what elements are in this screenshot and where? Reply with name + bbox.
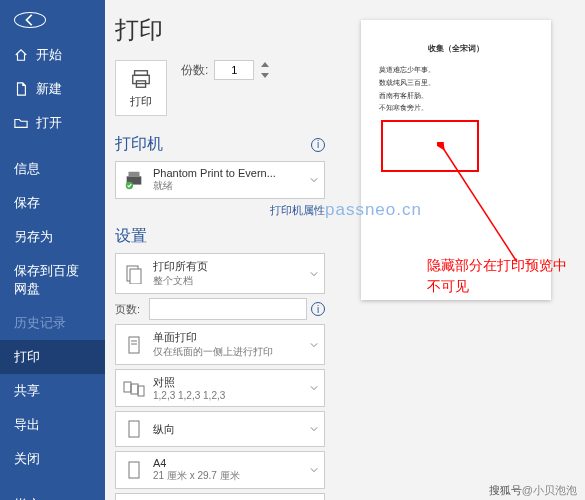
svg-rect-1	[133, 75, 150, 83]
svg-rect-12	[131, 384, 138, 394]
nav-saveas[interactable]: 另存为	[0, 220, 105, 254]
nav-label: 保存	[14, 194, 40, 212]
papersize-dropdown[interactable]: A421 厘米 x 29.7 厘米	[115, 451, 325, 489]
chevron-down-icon	[310, 466, 318, 474]
portrait-icon	[122, 417, 146, 441]
watermark: passneo.cn	[325, 200, 422, 220]
copies-label: 份数:	[181, 62, 208, 79]
nav-label: 打印	[14, 348, 40, 366]
annotation-text: 隐藏部分在打印预览中 不可见	[427, 255, 567, 297]
chevron-down-icon	[310, 176, 318, 184]
print-range-dropdown[interactable]: 打印所有页整个文档	[115, 253, 325, 294]
nav-history: 历史记录	[0, 306, 105, 340]
info-icon[interactable]: i	[311, 302, 325, 316]
nav-label: 新建	[36, 80, 62, 98]
doc-line: 西南有客肝肠。	[379, 90, 533, 103]
nav-label: 关闭	[14, 450, 40, 468]
printer-status: 就绪	[153, 179, 303, 193]
doc-line: 不知寒食旁片。	[379, 102, 533, 115]
svg-rect-13	[138, 386, 144, 396]
printer-device-icon	[122, 168, 146, 192]
page-size-icon	[122, 458, 146, 482]
printer-heading: 打印机	[115, 134, 163, 155]
doc-title: 收集（全宋词）	[379, 42, 533, 56]
nav-label: 历史记录	[14, 314, 66, 332]
nav-label: 打开	[36, 114, 62, 132]
chevron-down-icon	[310, 425, 318, 433]
nav-label: 另存为	[14, 228, 53, 246]
home-icon	[14, 48, 28, 62]
footer-credit: 搜狐号@小贝泡泡	[489, 483, 577, 498]
collate-icon	[122, 376, 146, 400]
pages-icon	[122, 262, 146, 286]
folder-icon	[14, 116, 28, 130]
nav-close[interactable]: 关闭	[0, 442, 105, 476]
chevron-down-icon	[310, 384, 318, 392]
copies-field: 份数:	[181, 60, 270, 80]
svg-rect-4	[129, 172, 140, 177]
nav-home[interactable]: 开始	[0, 38, 105, 72]
nav-info[interactable]: 信息	[0, 152, 105, 186]
page-title: 打印	[115, 14, 325, 46]
orientation-dropdown[interactable]: 纵向	[115, 411, 325, 447]
nav-label: 导出	[14, 416, 40, 434]
printer-name: Phantom Print to Evern...	[153, 167, 303, 179]
nav-label: 帐户	[14, 496, 40, 500]
printer-icon	[130, 68, 152, 90]
nav-open[interactable]: 打开	[0, 106, 105, 140]
stepper-icon[interactable]	[260, 61, 270, 79]
svg-rect-11	[124, 382, 131, 392]
collate-dropdown[interactable]: 对照1,2,3 1,2,3 1,2,3	[115, 369, 325, 407]
margins-dropdown[interactable]: 自定义边距	[115, 493, 325, 500]
chevron-down-icon	[310, 270, 318, 278]
sides-dropdown[interactable]: 单面打印仅在纸面的一侧上进行打印	[115, 324, 325, 365]
nav-export[interactable]: 导出	[0, 408, 105, 442]
printer-dropdown[interactable]: Phantom Print to Evern... 就绪	[115, 161, 325, 199]
svg-rect-8	[129, 337, 139, 353]
copies-input[interactable]	[214, 60, 254, 80]
nav-label: 共享	[14, 382, 40, 400]
nav-save[interactable]: 保存	[0, 186, 105, 220]
svg-rect-7	[130, 269, 141, 284]
pages-label: 页数:	[115, 302, 145, 317]
nav-account[interactable]: 帐户	[0, 488, 105, 500]
nav-label: 保存到百度网盘	[14, 262, 91, 298]
chevron-down-icon	[310, 341, 318, 349]
doc-line: 数载纯风三百里。	[379, 77, 533, 90]
settings-heading: 设置	[115, 226, 147, 247]
printer-properties-link[interactable]: 打印机属性	[115, 203, 325, 218]
annotation-box	[381, 120, 479, 172]
svg-rect-14	[129, 421, 139, 437]
nav-savebaidu[interactable]: 保存到百度网盘	[0, 254, 105, 306]
nav-print[interactable]: 打印	[0, 340, 105, 374]
back-button[interactable]	[14, 12, 46, 28]
nav-new[interactable]: 新建	[0, 72, 105, 106]
nav-share[interactable]: 共享	[0, 374, 105, 408]
print-button-label: 打印	[130, 94, 152, 109]
nav-label: 信息	[14, 160, 40, 178]
single-side-icon	[122, 333, 146, 357]
nav-label: 开始	[36, 46, 62, 64]
print-button[interactable]: 打印	[115, 60, 167, 116]
file-icon	[14, 82, 28, 96]
doc-line: 莫道难忘少年事。	[379, 64, 533, 77]
svg-rect-15	[129, 462, 139, 478]
info-icon[interactable]: i	[311, 138, 325, 152]
pages-input[interactable]	[149, 298, 307, 320]
